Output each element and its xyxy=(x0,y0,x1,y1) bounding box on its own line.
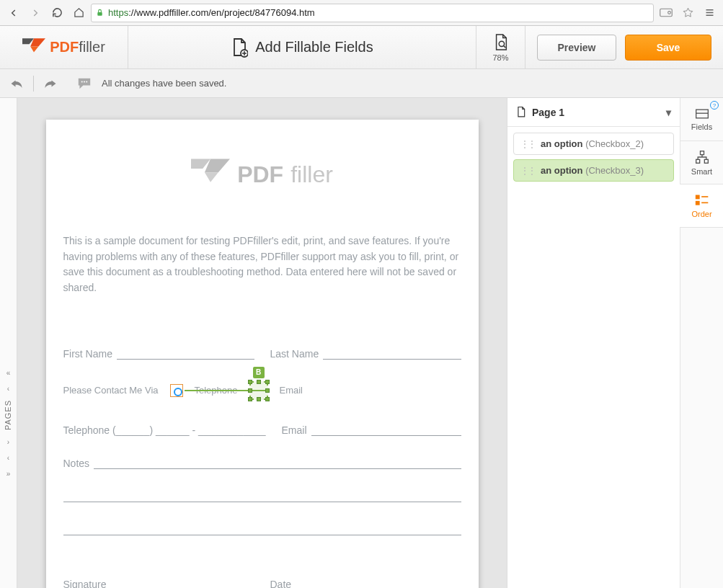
svg-point-4 xyxy=(499,41,504,46)
svg-point-5 xyxy=(81,81,83,82)
document-fields-icon xyxy=(231,37,248,58)
url-bar[interactable]: https://www.pdffiller.com/en/project/847… xyxy=(91,4,654,22)
back-icon[interactable] xyxy=(4,4,23,22)
undo-icon[interactable] xyxy=(10,79,23,89)
page-title: Add Fillable Fields xyxy=(255,39,373,55)
logo-filler-text: filler xyxy=(79,39,105,55)
menu-icon[interactable] xyxy=(700,4,719,22)
url-protocol: https xyxy=(108,7,128,18)
bookmark-icon[interactable] xyxy=(678,4,697,22)
status-message: All changes have been saved. xyxy=(102,78,226,89)
status-bar: All changes have been saved. xyxy=(0,69,723,98)
header-actions: Preview Save xyxy=(525,26,723,68)
reader-icon[interactable] xyxy=(657,4,675,22)
url-text: ://www.pdffiller.com/en/project/84776094… xyxy=(128,7,314,18)
svg-rect-1 xyxy=(660,9,673,17)
reload-icon[interactable] xyxy=(48,4,66,22)
save-button[interactable]: Save xyxy=(625,35,711,61)
home-icon[interactable] xyxy=(69,4,88,22)
title-area: Add Fillable Fields xyxy=(128,26,476,68)
svg-point-7 xyxy=(86,81,87,82)
redo-icon[interactable] xyxy=(44,79,57,89)
preview-button[interactable]: Preview xyxy=(537,35,616,61)
comment-icon[interactable] xyxy=(77,77,92,90)
divider xyxy=(33,76,34,92)
svg-point-6 xyxy=(84,81,85,82)
forward-icon[interactable] xyxy=(26,4,45,22)
zoom-doc-icon xyxy=(493,33,509,52)
zoom-percent: 78% xyxy=(492,53,508,62)
pdffiller-logo-icon xyxy=(22,38,45,57)
lock-icon xyxy=(96,8,104,17)
app-header: PDFfiller Add Fillable Fields 78% Previe… xyxy=(0,26,723,69)
svg-rect-0 xyxy=(97,12,102,16)
app-logo[interactable]: PDFfiller xyxy=(0,26,128,68)
browser-chrome: https://www.pdffiller.com/en/project/847… xyxy=(0,0,723,26)
logo-pdf-text: PDF xyxy=(50,39,79,55)
svg-point-2 xyxy=(668,12,671,14)
zoom-indicator[interactable]: 78% xyxy=(476,26,525,68)
